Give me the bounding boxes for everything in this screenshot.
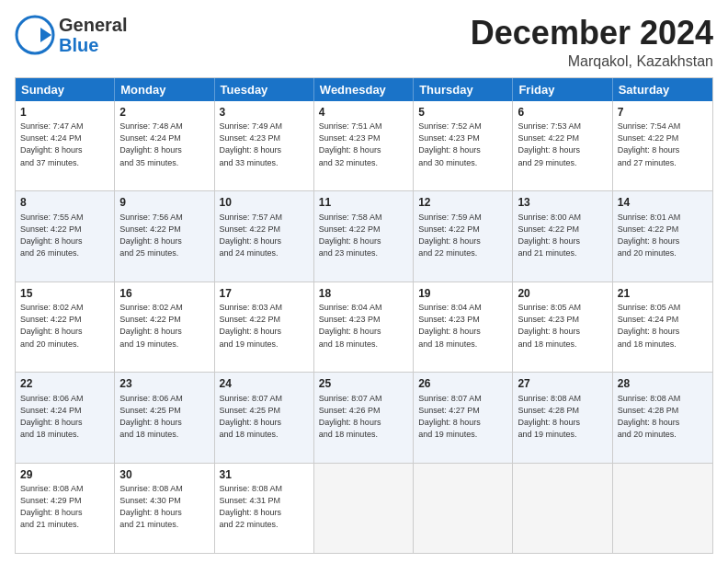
day-cell-25: 25Sunrise: 8:07 AMSunset: 4:26 PMDayligh… — [314, 373, 414, 462]
day-cell-19: 19Sunrise: 8:04 AMSunset: 4:23 PMDayligh… — [414, 282, 513, 372]
day-cell-10: 10Sunrise: 7:57 AMSunset: 4:22 PMDayligh… — [215, 191, 314, 281]
day-info: Sunrise: 8:02 AMSunset: 4:22 PMDaylight:… — [20, 302, 109, 350]
day-number: 28 — [618, 376, 708, 392]
weekday-header-tuesday: Tuesday — [215, 78, 314, 101]
day-info: Sunrise: 7:59 AMSunset: 4:22 PMDaylight:… — [418, 212, 507, 259]
day-cell-27: 27Sunrise: 8:08 AMSunset: 4:28 PMDayligh… — [513, 373, 612, 462]
month-title: December 2024 — [471, 15, 713, 52]
day-number: 26 — [418, 376, 507, 392]
logo-text-general: General — [59, 15, 127, 35]
day-cell-6: 6Sunrise: 7:53 AMSunset: 4:22 PMDaylight… — [513, 101, 612, 190]
day-number: 17 — [220, 286, 309, 302]
weekday-header-thursday: Thursday — [414, 78, 513, 101]
day-cell-4: 4Sunrise: 7:51 AMSunset: 4:23 PMDaylight… — [314, 101, 414, 190]
day-number: 16 — [119, 286, 209, 302]
calendar: SundayMondayTuesdayWednesdayThursdayFrid… — [15, 77, 713, 554]
day-cell-15: 15Sunrise: 8:02 AMSunset: 4:22 PMDayligh… — [16, 282, 115, 372]
day-cell-23: 23Sunrise: 8:06 AMSunset: 4:25 PMDayligh… — [115, 373, 214, 462]
day-info: Sunrise: 8:04 AMSunset: 4:23 PMDaylight:… — [319, 302, 408, 350]
day-cell-13: 13Sunrise: 8:00 AMSunset: 4:22 PMDayligh… — [513, 191, 612, 281]
day-cell-12: 12Sunrise: 7:59 AMSunset: 4:22 PMDayligh… — [414, 191, 513, 281]
day-info: Sunrise: 7:57 AMSunset: 4:22 PMDaylight:… — [220, 212, 309, 259]
weekday-header-friday: Friday — [513, 78, 612, 101]
day-number: 21 — [618, 286, 708, 302]
day-number: 9 — [119, 195, 209, 211]
day-cell-17: 17Sunrise: 8:03 AMSunset: 4:22 PMDayligh… — [215, 282, 314, 372]
day-number: 5 — [418, 105, 507, 121]
calendar-row-1: 1Sunrise: 7:47 AMSunset: 4:24 PMDaylight… — [16, 101, 712, 190]
location: Marqakol, Kazakhstan — [471, 53, 713, 70]
day-info: Sunrise: 8:00 AMSunset: 4:22 PMDaylight:… — [518, 212, 607, 259]
day-number: 22 — [20, 376, 109, 392]
day-number: 3 — [220, 105, 309, 121]
empty-cell — [513, 464, 612, 553]
calendar-row-5: 29Sunrise: 8:08 AMSunset: 4:29 PMDayligh… — [16, 463, 712, 553]
day-cell-24: 24Sunrise: 8:07 AMSunset: 4:25 PMDayligh… — [215, 373, 314, 462]
empty-cell — [314, 464, 414, 553]
day-cell-31: 31Sunrise: 8:08 AMSunset: 4:31 PMDayligh… — [215, 464, 314, 553]
day-number: 24 — [220, 376, 309, 392]
day-cell-1: 1Sunrise: 7:47 AMSunset: 4:24 PMDaylight… — [16, 101, 115, 190]
day-number: 4 — [319, 105, 408, 121]
day-cell-20: 20Sunrise: 8:05 AMSunset: 4:23 PMDayligh… — [513, 282, 612, 372]
day-number: 23 — [119, 376, 209, 392]
day-info: Sunrise: 8:06 AMSunset: 4:24 PMDaylight:… — [20, 393, 109, 441]
calendar-row-2: 8Sunrise: 7:55 AMSunset: 4:22 PMDaylight… — [16, 190, 712, 281]
weekday-header-wednesday: Wednesday — [314, 78, 414, 101]
day-cell-21: 21Sunrise: 8:05 AMSunset: 4:24 PMDayligh… — [613, 282, 712, 372]
day-cell-3: 3Sunrise: 7:49 AMSunset: 4:23 PMDaylight… — [215, 101, 314, 190]
day-info: Sunrise: 7:47 AMSunset: 4:24 PMDaylight:… — [20, 121, 109, 168]
day-info: Sunrise: 8:06 AMSunset: 4:25 PMDaylight:… — [119, 393, 209, 441]
day-cell-9: 9Sunrise: 7:56 AMSunset: 4:22 PMDaylight… — [115, 191, 214, 281]
logo-text-blue: Blue — [59, 35, 127, 55]
day-number: 15 — [20, 286, 109, 302]
day-info: Sunrise: 7:52 AMSunset: 4:23 PMDaylight:… — [418, 121, 507, 168]
day-cell-5: 5Sunrise: 7:52 AMSunset: 4:23 PMDaylight… — [414, 101, 513, 190]
weekday-header-sunday: Sunday — [16, 78, 115, 101]
day-number: 29 — [20, 467, 109, 483]
day-info: Sunrise: 7:54 AMSunset: 4:22 PMDaylight:… — [618, 121, 708, 168]
day-cell-30: 30Sunrise: 8:08 AMSunset: 4:30 PMDayligh… — [115, 464, 214, 553]
day-number: 6 — [518, 105, 607, 121]
calendar-body: 1Sunrise: 7:47 AMSunset: 4:24 PMDaylight… — [16, 101, 712, 553]
calendar-header: SundayMondayTuesdayWednesdayThursdayFrid… — [16, 78, 712, 101]
day-info: Sunrise: 8:07 AMSunset: 4:26 PMDaylight:… — [319, 393, 408, 441]
empty-cell — [613, 464, 712, 553]
day-info: Sunrise: 7:51 AMSunset: 4:23 PMDaylight:… — [319, 121, 408, 168]
weekday-header-saturday: Saturday — [613, 78, 712, 101]
day-cell-26: 26Sunrise: 8:07 AMSunset: 4:27 PMDayligh… — [414, 373, 513, 462]
day-info: Sunrise: 8:05 AMSunset: 4:23 PMDaylight:… — [518, 302, 607, 350]
day-cell-18: 18Sunrise: 8:04 AMSunset: 4:23 PMDayligh… — [314, 282, 414, 372]
day-info: Sunrise: 7:49 AMSunset: 4:23 PMDaylight:… — [220, 121, 309, 168]
day-number: 20 — [518, 286, 607, 302]
day-info: Sunrise: 8:02 AMSunset: 4:22 PMDaylight:… — [119, 302, 209, 350]
day-number: 12 — [418, 195, 507, 211]
day-number: 30 — [119, 467, 209, 483]
day-info: Sunrise: 8:07 AMSunset: 4:25 PMDaylight:… — [220, 393, 309, 441]
title-block: December 2024 Marqakol, Kazakhstan — [471, 15, 713, 70]
day-number: 2 — [119, 105, 209, 121]
day-number: 31 — [220, 467, 309, 483]
day-number: 14 — [618, 195, 708, 211]
day-number: 19 — [418, 286, 507, 302]
calendar-row-3: 15Sunrise: 8:02 AMSunset: 4:22 PMDayligh… — [16, 282, 712, 372]
day-number: 10 — [220, 195, 309, 211]
logo-icon — [15, 15, 55, 55]
day-number: 13 — [518, 195, 607, 211]
day-info: Sunrise: 7:56 AMSunset: 4:22 PMDaylight:… — [119, 212, 209, 259]
day-cell-22: 22Sunrise: 8:06 AMSunset: 4:24 PMDayligh… — [16, 373, 115, 462]
day-info: Sunrise: 8:08 AMSunset: 4:31 PMDaylight:… — [220, 483, 309, 531]
day-cell-11: 11Sunrise: 7:58 AMSunset: 4:22 PMDayligh… — [314, 191, 414, 281]
logo: General Blue — [15, 15, 127, 55]
day-number: 25 — [319, 376, 408, 392]
day-info: Sunrise: 8:04 AMSunset: 4:23 PMDaylight:… — [418, 302, 507, 350]
day-number: 18 — [319, 286, 408, 302]
day-info: Sunrise: 7:53 AMSunset: 4:22 PMDaylight:… — [518, 121, 607, 168]
day-cell-8: 8Sunrise: 7:55 AMSunset: 4:22 PMDaylight… — [16, 191, 115, 281]
day-number: 7 — [618, 105, 708, 121]
day-number: 1 — [20, 105, 109, 121]
empty-cell — [414, 464, 513, 553]
day-info: Sunrise: 8:01 AMSunset: 4:22 PMDaylight:… — [618, 212, 708, 259]
day-info: Sunrise: 8:08 AMSunset: 4:28 PMDaylight:… — [618, 393, 708, 441]
day-info: Sunrise: 8:08 AMSunset: 4:29 PMDaylight:… — [20, 483, 109, 531]
